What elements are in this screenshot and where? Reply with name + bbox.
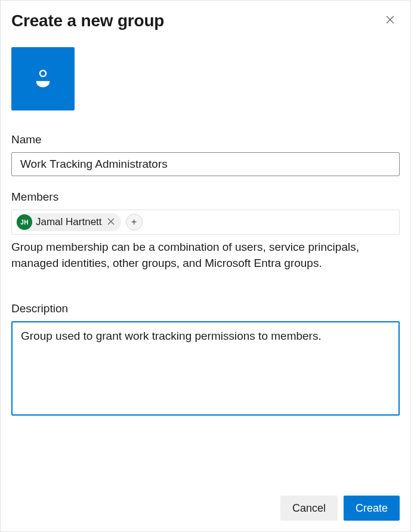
group-avatar-tile[interactable]	[11, 47, 75, 110]
dialog-title: Create a new group	[11, 11, 164, 30]
close-button[interactable]	[381, 11, 400, 30]
add-member-button[interactable]: +	[126, 214, 143, 230]
create-group-dialog: Create a new group Name Members JH	[1, 1, 410, 531]
avatar: JH	[17, 214, 32, 230]
create-button[interactable]: Create	[344, 496, 400, 521]
dialog-footer: Cancel Create	[11, 486, 400, 531]
svg-point-2	[40, 70, 46, 76]
dialog-header: Create a new group	[11, 11, 400, 30]
close-icon	[385, 15, 395, 27]
plus-icon: +	[131, 217, 137, 227]
member-name: Jamal Hartnett	[36, 216, 102, 228]
remove-icon	[107, 218, 115, 227]
description-textarea[interactable]	[11, 321, 400, 416]
description-field-group: Description	[11, 302, 400, 418]
name-label: Name	[11, 133, 400, 146]
member-chip: JH Jamal Hartnett	[16, 213, 121, 231]
members-input[interactable]: JH Jamal Hartnett +	[11, 210, 400, 235]
cancel-button[interactable]: Cancel	[280, 496, 338, 521]
group-person-icon	[31, 66, 55, 92]
members-field-group: Members JH Jamal Hartnett + Group memb	[11, 190, 400, 271]
members-label: Members	[11, 190, 400, 204]
remove-member-button[interactable]	[106, 217, 116, 227]
description-label: Description	[11, 302, 400, 315]
name-field-group: Name	[11, 133, 400, 176]
members-helper-text: Group membership can be a combination of…	[11, 239, 400, 271]
name-input[interactable]	[11, 152, 400, 176]
